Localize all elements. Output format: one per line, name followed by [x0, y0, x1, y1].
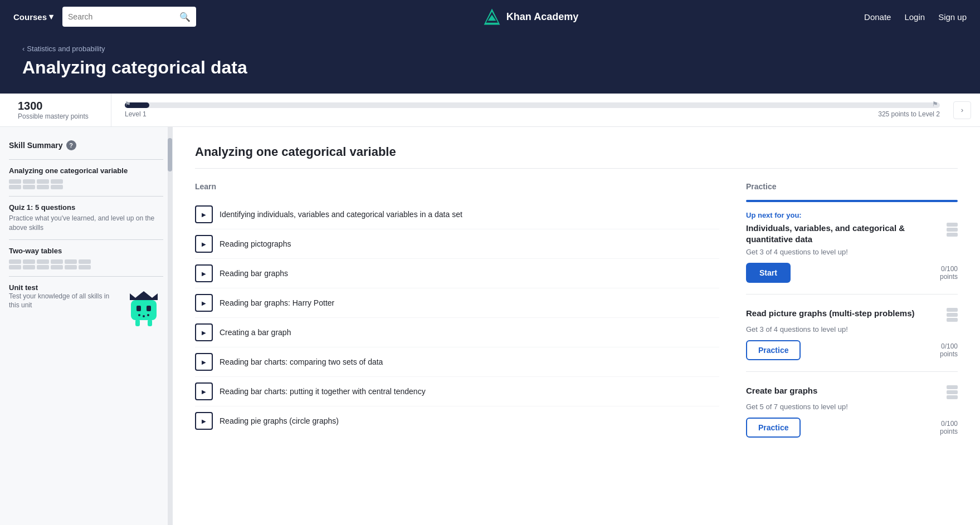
- practice-card-0-points-value: 0/100: [941, 265, 958, 273]
- sidebar-divider-1: [9, 159, 163, 160]
- mastery-bar-tw-3: [37, 259, 49, 269]
- practice-card-0-title: Individuals, variables, and categorical …: [746, 223, 940, 244]
- main-layout: Skill Summary ? Analyzing one categorica…: [0, 127, 980, 525]
- mastery-points-value: 1300: [18, 100, 93, 112]
- sidebar-divider-4: [9, 276, 163, 277]
- flag-right-icon: ⚑: [932, 100, 940, 108]
- learn-item-label-3: Reading bar graphs: Harry Potter: [220, 298, 334, 307]
- learn-item-3[interactable]: ▶ Reading bar graphs: Harry Potter: [195, 288, 719, 318]
- play-icon-7: ▶: [195, 412, 213, 430]
- up-next-label: Up next for you:: [746, 211, 958, 219]
- content-section-title: Analyzing one categorical variable: [195, 145, 958, 169]
- mastery-bar-tw-1: [9, 259, 21, 269]
- courses-label: Courses: [13, 12, 47, 22]
- search-bar[interactable]: 🔍: [62, 7, 196, 27]
- practice-card-2-points-label: points: [940, 428, 958, 435]
- practice-card-2-title: Create bar graphs: [746, 385, 817, 396]
- practice-card-2-header: Create bar graphs: [746, 385, 958, 399]
- level-left-label: Level 1: [125, 110, 147, 118]
- mastery-bar-tw-5: [65, 259, 77, 269]
- learn-item-1[interactable]: ▶ Reading pictographs: [195, 229, 719, 259]
- practice-button-1[interactable]: Practice: [746, 340, 801, 360]
- mastery-bar-4: [51, 179, 63, 189]
- practice-header-line: [746, 200, 958, 202]
- learn-item-6[interactable]: ▶ Reading bar charts: putting it togethe…: [195, 377, 719, 406]
- sidebar-scrollbar[interactable]: [168, 127, 172, 525]
- quiz-title: Quiz 1: 5 questions: [9, 203, 163, 212]
- practice-card-2-bars: [947, 385, 958, 399]
- practice-card-0-header: Individuals, variables, and categorical …: [746, 223, 958, 244]
- skill-summary-label: Skill Summary: [9, 141, 63, 150]
- mastery-bar-tw-4: [51, 259, 63, 269]
- flag-left-icon: ⚑: [125, 100, 133, 108]
- sidebar-item-analyzing[interactable]: Analyzing one categorical variable: [9, 166, 163, 189]
- progress-next-button[interactable]: ›: [953, 101, 971, 119]
- sidebar-item-analyzing-title: Analyzing one categorical variable: [9, 166, 163, 175]
- svg-point-8: [147, 314, 149, 316]
- svg-rect-5: [147, 306, 151, 311]
- sidebar-item-twoway[interactable]: Two-way tables: [9, 247, 163, 269]
- sidebar-item-quiz[interactable]: Quiz 1: 5 questions Practice what you've…: [9, 203, 163, 233]
- unit-test-title: Unit test: [9, 283, 118, 292]
- practice-card-1-header: Read picture graphs (multi-step problems…: [746, 308, 958, 322]
- mastery-bar-tw-2: [23, 259, 35, 269]
- learn-item-label-5: Reading bar charts: comparing two sets o…: [220, 357, 383, 366]
- sidebar-item-twoway-bars: [9, 259, 163, 269]
- navbar: Courses ▾ 🔍 Khan Academy Donate Login Si…: [0, 0, 980, 33]
- play-icon-6: ▶: [195, 382, 213, 400]
- donate-link[interactable]: Donate: [864, 12, 891, 22]
- mascot-icon: [124, 283, 163, 330]
- play-icon-1: ▶: [195, 235, 213, 253]
- courses-dropdown[interactable]: Courses ▾: [13, 12, 53, 22]
- progress-labels: Level 1 325 points to Level 2: [125, 110, 940, 118]
- practice-card-1-title: Read picture graphs (multi-step problems…: [746, 308, 915, 319]
- sidebar: Skill Summary ? Analyzing one categorica…: [0, 127, 173, 525]
- hero-section: ‹ Statistics and probability Analyzing c…: [0, 33, 980, 94]
- learn-item-2[interactable]: ▶ Reading bar graphs: [195, 259, 719, 288]
- svg-rect-10: [148, 320, 152, 326]
- login-link[interactable]: Login: [904, 12, 925, 22]
- practice-card-0-row: Start 0/100 points: [746, 263, 958, 283]
- learn-item-5[interactable]: ▶ Reading bar charts: comparing two sets…: [195, 347, 719, 377]
- progress-section: 1300 Possible mastery points ⚑ ⚑ Level 1…: [0, 94, 980, 127]
- logo: Khan Academy: [205, 7, 855, 27]
- breadcrumb-link[interactable]: Statistics and probability: [27, 45, 105, 53]
- content-columns: Learn ▶ Identifying individuals, variabl…: [195, 182, 958, 462]
- sidebar-item-unit-test[interactable]: Unit test Test your knowledge of all ski…: [9, 283, 163, 330]
- khan-academy-logo-icon: [482, 7, 502, 27]
- skill-summary-header: Skill Summary ?: [9, 140, 163, 150]
- practice-column-header: Practice: [746, 182, 958, 191]
- practice-card-1-points-label: points: [940, 350, 958, 358]
- mastery-bar-2: [23, 179, 35, 189]
- practice-card-2-sub: Get 5 of 7 questions to level up!: [746, 403, 958, 411]
- practice-column: Practice Up next for you: Individuals, v…: [746, 182, 958, 462]
- practice-card-1-bars: [947, 308, 958, 322]
- svg-rect-4: [136, 306, 141, 311]
- mastery-points-label: Possible mastery points: [18, 112, 93, 120]
- content-area: Analyzing one categorical variable Learn…: [173, 127, 980, 525]
- practice-card-0-bars: [947, 223, 958, 237]
- learn-item-4[interactable]: ▶ Creating a bar graph: [195, 318, 719, 347]
- sidebar-divider-3: [9, 239, 163, 240]
- search-input[interactable]: [68, 12, 175, 21]
- learn-item-7[interactable]: ▶ Reading pie graphs (circle graphs): [195, 406, 719, 435]
- practice-card-1-row: Practice 0/100 points: [746, 340, 958, 360]
- practice-card-2-row: Practice 0/100 points: [746, 418, 958, 438]
- play-icon-4: ▶: [195, 323, 213, 341]
- learn-item-0[interactable]: ▶ Identifying individuals, variables and…: [195, 200, 719, 229]
- level-right-label: 325 points to Level 2: [878, 110, 940, 118]
- help-icon[interactable]: ?: [66, 140, 76, 150]
- learn-item-label-6: Reading bar charts: putting it together …: [220, 387, 426, 396]
- learn-item-label-1: Reading pictographs: [220, 239, 291, 248]
- start-button-0[interactable]: Start: [746, 263, 791, 283]
- page-title: Analyzing categorical data: [22, 57, 958, 78]
- logo-text: Khan Academy: [506, 11, 578, 23]
- sidebar-divider-2: [9, 196, 163, 197]
- play-icon-2: ▶: [195, 264, 213, 282]
- sidebar-scrollbar-thumb: [168, 138, 172, 171]
- play-icon-3: ▶: [195, 294, 213, 312]
- practice-button-2[interactable]: Practice: [746, 418, 801, 438]
- signup-link[interactable]: Sign up: [938, 12, 967, 22]
- learn-item-label-2: Reading bar graphs: [220, 269, 288, 278]
- learn-item-label-7: Reading pie graphs (circle graphs): [220, 416, 339, 425]
